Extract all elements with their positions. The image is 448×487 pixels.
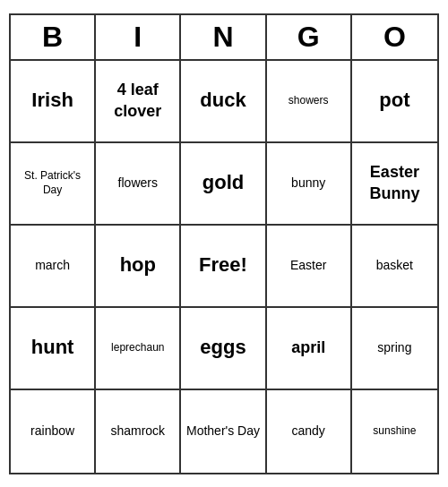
cell-label: shamrock	[110, 423, 165, 439]
bingo-cell: Easter Bunny	[352, 143, 437, 226]
cell-label: hunt	[31, 335, 74, 361]
header-letter: B	[11, 15, 96, 59]
cell-label: Easter Bunny	[356, 162, 434, 204]
bingo-cell: sunshine	[352, 390, 437, 473]
cell-label: hop	[120, 252, 156, 278]
cell-label: flowers	[118, 175, 158, 191]
cell-label: gold	[202, 170, 244, 196]
bingo-cell: St. Patrick's Day	[11, 143, 96, 226]
bingo-cell: rainbow	[11, 390, 96, 473]
cell-label: sunshine	[373, 424, 416, 439]
cell-label: eggs	[200, 335, 246, 361]
cell-label: Mother's Day	[186, 423, 260, 439]
cell-label: pot	[379, 88, 409, 114]
cell-label: duck	[200, 88, 246, 114]
bingo-cell: hunt	[11, 308, 96, 390]
bingo-cell: duck	[181, 61, 266, 143]
bingo-cell: basket	[352, 226, 437, 308]
cell-label: Free!	[199, 252, 247, 278]
bingo-grid: Irish4 leaf cloverduckshowerspotSt. Patr…	[11, 61, 437, 473]
cell-label: Irish	[31, 88, 73, 114]
bingo-cell: eggs	[181, 308, 266, 390]
bingo-cell: Free!	[181, 226, 266, 308]
bingo-cell: leprechaun	[96, 308, 181, 390]
cell-label: rainbow	[30, 423, 74, 439]
bingo-cell: hop	[96, 226, 181, 308]
cell-label: spring	[377, 339, 411, 355]
bingo-cell: spring	[352, 308, 437, 390]
bingo-cell: march	[11, 226, 96, 308]
cell-label: bunny	[291, 175, 325, 191]
cell-label: Easter	[290, 257, 326, 273]
bingo-cell: bunny	[267, 143, 352, 226]
bingo-cell: candy	[267, 390, 352, 473]
bingo-cell: pot	[352, 61, 437, 143]
bingo-cell: 4 leaf clover	[96, 61, 181, 143]
cell-label: march	[35, 257, 70, 273]
header-letter: O	[352, 15, 437, 59]
bingo-cell: flowers	[96, 143, 181, 226]
bingo-cell: april	[267, 308, 352, 390]
bingo-cell: Easter	[267, 226, 352, 308]
header-letter: N	[181, 15, 266, 59]
header-letter: I	[96, 15, 181, 59]
cell-label: 4 leaf clover	[99, 80, 176, 122]
bingo-cell: showers	[267, 61, 352, 143]
bingo-header: BINGO	[11, 15, 437, 61]
bingo-card: BINGO Irish4 leaf cloverduckshowerspotSt…	[9, 13, 439, 474]
cell-label: leprechaun	[111, 341, 164, 355]
cell-label: St. Patrick's Day	[14, 169, 90, 197]
cell-label: basket	[376, 257, 413, 273]
bingo-cell: Irish	[11, 61, 96, 143]
cell-label: showers	[289, 94, 329, 108]
header-letter: G	[267, 15, 352, 59]
bingo-cell: shamrock	[96, 390, 181, 473]
bingo-cell: gold	[181, 143, 266, 226]
cell-label: april	[291, 337, 325, 358]
bingo-cell: Mother's Day	[181, 390, 266, 473]
cell-label: candy	[292, 423, 325, 439]
